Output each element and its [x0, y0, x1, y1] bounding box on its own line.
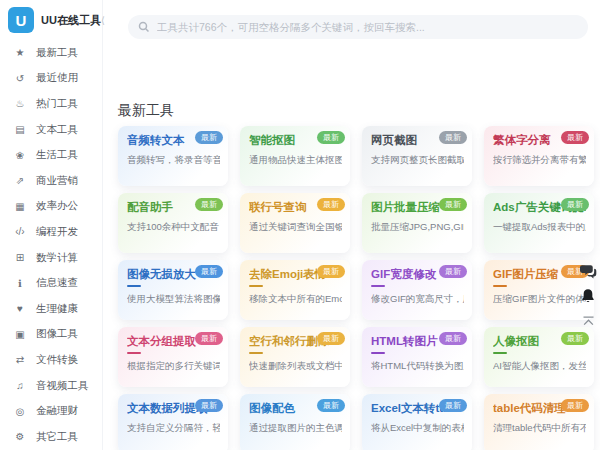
- new-badge: 最新: [439, 131, 467, 144]
- sidebar-item[interactable]: ⇄ 文件转换: [0, 347, 102, 373]
- tool-description: 压缩GIF图片文件的体积大小: [493, 293, 586, 306]
- tool-card[interactable]: 人像抠图 AI智能人像抠图，发丝级精... 最新: [484, 327, 594, 387]
- section-title-latest-tools: 最新工具: [118, 102, 174, 120]
- sidebar-item[interactable]: ⊞ 数学计算: [0, 245, 102, 271]
- tool-card[interactable]: 图像无损放大 使用大模型算法将图像无损... 最新: [118, 260, 228, 320]
- new-badge: 最新: [561, 131, 589, 144]
- sidebar-item[interactable]: ℹ 信息速查: [0, 270, 102, 296]
- sidebar-item[interactable]: ▣ 图像工具: [0, 322, 102, 348]
- tool-title-underline: [127, 285, 141, 287]
- brand[interactable]: U UU在线工具 ⟨: [0, 0, 102, 40]
- tool-description: AI智能人像抠图，发丝级精...: [493, 360, 586, 373]
- sidebar-item[interactable]: ◎ 金融理财: [0, 398, 102, 424]
- sidebar-item[interactable]: ⚙ 其它工具: [0, 424, 102, 450]
- sidebar-item[interactable]: ▤ 文本工具: [0, 117, 102, 143]
- sidebar-item-label: 商业营销: [36, 174, 78, 188]
- new-badge: 最新: [561, 399, 589, 412]
- sidebar-item-icon: ♫: [13, 380, 27, 391]
- sidebar-item-label: 文本工具: [36, 123, 78, 137]
- sidebar-item-icon: ♥: [13, 303, 27, 314]
- new-badge: 最新: [195, 131, 223, 144]
- tool-card[interactable]: 图片批量压缩 批量压缩JPG,PNG,GIF以及... 最新: [362, 193, 472, 253]
- new-badge: 最新: [317, 131, 345, 144]
- sidebar-item-label: 文件转换: [36, 353, 78, 367]
- tool-card[interactable]: table代码清理 清理table代码中所有不需要... 最新: [484, 394, 594, 450]
- sidebar-item-icon: ♨: [13, 98, 27, 109]
- bell-icon: [580, 288, 596, 304]
- sidebar-item[interactable]: ♨ 热门工具: [0, 91, 102, 117]
- tool-description: 通过提取图片的主色调，生...: [249, 422, 342, 435]
- sidebar-item[interactable]: ⇗ 商业营销: [0, 168, 102, 194]
- new-badge: 最新: [561, 198, 589, 211]
- tool-card[interactable]: 智能抠图 通用物品快速主体抠图，移... 最新: [240, 126, 350, 186]
- app-logo: U: [8, 7, 34, 33]
- tool-card[interactable]: 图像配色 通过提取图片的主色调，生... 最新: [240, 394, 350, 450]
- sidebar-item[interactable]: ‹/› 编程开发: [0, 219, 102, 245]
- sidebar: U UU在线工具 ⟨ ★ 最新工具 ↺ 最近使用 ♨ 热门工具 ▤ 文本工具: [0, 0, 103, 450]
- tool-card[interactable]: 音频转文本 音频转写，将录音等音频文... 最新: [118, 126, 228, 186]
- tool-card[interactable]: Excel文本转table代码 将从Excel中复制的表格快速... 最新: [362, 394, 472, 450]
- new-badge: 最新: [439, 265, 467, 278]
- sidebar-item-label: 生理健康: [36, 302, 78, 316]
- sidebar-item-label: 金融理财: [36, 404, 78, 418]
- tool-description: 使用大模型算法将图像无损...: [127, 293, 220, 306]
- sidebar-item[interactable]: ★ 最新工具: [0, 40, 102, 66]
- sidebar-item[interactable]: ↺ 最近使用: [0, 66, 102, 92]
- new-badge: 最新: [317, 332, 345, 345]
- sidebar-item-icon: ▤: [13, 124, 27, 135]
- tool-card[interactable]: 文本数据列提取 支持自定义分隔符，轻松提... 最新: [118, 394, 228, 450]
- sidebar-item-icon: ▦: [13, 201, 27, 212]
- sidebar-item[interactable]: ❀ 生活工具: [0, 142, 102, 168]
- tool-title-underline: [493, 285, 507, 287]
- back-to-top-button[interactable]: [579, 312, 597, 330]
- search-input[interactable]: [157, 21, 578, 33]
- sidebar-item-icon: ⊞: [13, 252, 27, 263]
- tool-description: 将HTML代码转换为图片: [371, 360, 464, 373]
- tool-card[interactable]: 联行号查询 通过关键词查询全国银行的... 最新: [240, 193, 350, 253]
- sidebar-item-label: 编程开发: [36, 225, 78, 239]
- main-content: 最新工具 音频转文本 音频转写，将录音等音频文... 最新 智能抠图 通用物品快…: [103, 0, 600, 450]
- sidebar-item-label: 数学计算: [36, 251, 78, 265]
- tool-description: 一键提取Ads报表中的所有...: [493, 221, 586, 234]
- feedback-chat-button[interactable]: [579, 262, 597, 280]
- tool-card[interactable]: Ads广告关键词提取 一键提取Ads报表中的所有... 最新: [484, 193, 594, 253]
- new-badge: 最新: [439, 332, 467, 345]
- tool-title-underline: [493, 352, 507, 354]
- sidebar-item-icon: ⇄: [13, 354, 27, 365]
- new-badge: 最新: [195, 399, 223, 412]
- tool-card[interactable]: 网页截图 支持网页整页长图截取和仅... 最新: [362, 126, 472, 186]
- sidebar-item-icon: ◎: [13, 406, 27, 417]
- sidebar-item-label: 最新工具: [36, 46, 78, 60]
- sidebar-item-icon: ❀: [13, 150, 27, 161]
- tool-description: 音频转写，将录音等音频文...: [127, 154, 220, 167]
- tool-description: 按行筛选并分离带有繁体字...: [493, 154, 586, 167]
- new-badge: 最新: [439, 399, 467, 412]
- tools-grid: 音频转文本 音频转写，将录音等音频文... 最新 智能抠图 通用物品快速主体抠图…: [118, 126, 594, 450]
- sidebar-item[interactable]: ▦ 效率办公: [0, 194, 102, 220]
- tool-card[interactable]: 繁体字分离 按行筛选并分离带有繁体字... 最新: [484, 126, 594, 186]
- sidebar-item-icon: ▣: [13, 329, 27, 340]
- notification-bell-button[interactable]: [579, 287, 597, 305]
- tool-description: 支持100余种中文配音，轻松...: [127, 221, 220, 234]
- tool-card[interactable]: 配音助手 支持100余种中文配音，轻松... 最新: [118, 193, 228, 253]
- tool-card[interactable]: 去除Emoji表情 移除文本中所有的Emoji表情 最新: [240, 260, 350, 320]
- tool-title-underline: [127, 352, 141, 354]
- sidebar-item-label: 信息速查: [36, 276, 78, 290]
- search-bar[interactable]: [128, 15, 588, 39]
- floating-widgets: [579, 262, 597, 330]
- sidebar-item-label: 效率办公: [36, 199, 78, 213]
- sidebar-item-icon: ⇗: [13, 175, 27, 186]
- tool-card[interactable]: 空行和邻行删除 快速删除列表或文档中空行... 最新: [240, 327, 350, 387]
- tool-card[interactable]: GIF图片压缩 压缩GIF图片文件的体积大小 最新: [484, 260, 594, 320]
- new-badge: 最新: [195, 332, 223, 345]
- sidebar-item[interactable]: ♥ 生理健康: [0, 296, 102, 322]
- sidebar-item-label: 热门工具: [36, 97, 78, 111]
- tool-card[interactable]: GIF宽度修改 修改GIF的宽高尺寸，压缩G... 最新: [362, 260, 472, 320]
- tool-description: 批量压缩JPG,PNG,GIF以及...: [371, 221, 464, 234]
- tool-card[interactable]: 文本分组提取 根据指定的多行关键词模式... 最新: [118, 327, 228, 387]
- tool-description: 根据指定的多行关键词模式...: [127, 360, 220, 373]
- sidebar-item[interactable]: ♫ 音视频工具: [0, 373, 102, 399]
- tool-card[interactable]: HTML转图片 将HTML代码转换为图片 最新: [362, 327, 472, 387]
- new-badge: 最新: [317, 198, 345, 211]
- new-badge: 最新: [317, 265, 345, 278]
